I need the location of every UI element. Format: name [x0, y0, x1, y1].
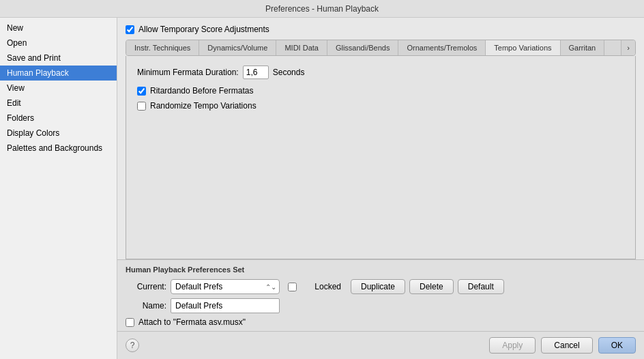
delete-button[interactable]: Delete [409, 279, 454, 294]
locked-row: Locked [288, 282, 345, 291]
tabs-bar: Instr. Techniques Dynamics/Volume MIDI D… [126, 40, 636, 56]
ritardando-checkbox[interactable] [137, 87, 146, 96]
cancel-button[interactable]: Cancel [541, 337, 592, 354]
main-content: New Open Save and Print Human Playback V… [0, 18, 644, 359]
current-row: Current: Default Prefs ⌃⌄ Locked Duplica… [126, 279, 636, 294]
sidebar: New Open Save and Print Human Playback V… [0, 18, 117, 359]
allow-checkbox-row: Allow Temporary Score Adjustments [126, 25, 636, 34]
name-row: Name: [126, 298, 636, 313]
attach-checkbox[interactable] [126, 318, 134, 327]
current-select-wrap: Default Prefs ⌃⌄ [171, 279, 280, 294]
name-input[interactable] [171, 298, 280, 313]
footer-left: ? [126, 339, 139, 352]
randomize-label: Randomize Tempo Variations [150, 101, 257, 111]
prefs-set-title: Human Playback Preferences Set [126, 265, 636, 274]
current-label: Current: [126, 282, 166, 291]
sidebar-item-save-and-print[interactable]: Save and Print [0, 51, 117, 66]
tab-instr-techniques[interactable]: Instr. Techniques [126, 40, 199, 55]
locked-checkbox[interactable] [288, 283, 297, 291]
fermata-label: Minimum Fermata Duration: [137, 68, 239, 77]
name-label: Name: [126, 301, 166, 311]
allow-checkbox[interactable] [126, 25, 134, 34]
current-select[interactable]: Default Prefs [171, 279, 280, 294]
window-title: Preferences - Human Playback [265, 4, 379, 14]
fermata-row: Minimum Fermata Duration: Seconds [137, 66, 624, 79]
tab-midi-data[interactable]: MIDI Data [276, 40, 327, 55]
seconds-label: Seconds [273, 68, 305, 77]
locked-label: Locked [300, 282, 341, 291]
sidebar-item-view[interactable]: View [0, 81, 117, 96]
ok-button[interactable]: OK [598, 337, 636, 354]
ritardando-row: Ritardando Before Fermatas [137, 86, 624, 96]
allow-label: Allow Temporary Score Adjustments [138, 25, 269, 34]
sidebar-item-human-playback[interactable]: Human Playback [0, 66, 117, 81]
fermata-input[interactable] [243, 66, 269, 79]
ritardando-label: Ritardando Before Fermatas [150, 86, 253, 96]
sidebar-item-folders[interactable]: Folders [0, 111, 117, 126]
tab-dynamics-volume[interactable]: Dynamics/Volume [199, 40, 276, 55]
sidebar-item-new[interactable]: New [0, 20, 117, 35]
sidebar-item-open[interactable]: Open [0, 35, 117, 51]
randomize-checkbox[interactable] [137, 102, 146, 111]
footer-bar: ? Apply Cancel OK [117, 331, 644, 359]
randomize-row: Randomize Tempo Variations [137, 101, 624, 111]
sidebar-item-edit[interactable]: Edit [0, 96, 117, 111]
apply-button[interactable]: Apply [489, 337, 536, 354]
default-button[interactable]: Default [458, 279, 504, 294]
tab-ornaments-tremolos[interactable]: Ornaments/Tremolos [398, 40, 486, 55]
bottom-section: Human Playback Preferences Set Current: … [117, 259, 644, 331]
sidebar-item-display-colors[interactable]: Display Colors [0, 126, 117, 141]
attach-label: Attach to "Fermata asv.musx" [138, 317, 246, 327]
tab-tempo-variations[interactable]: Tempo Variations [486, 40, 560, 55]
tab-glissandi-bends[interactable]: Glissandi/Bends [327, 40, 399, 55]
attach-row: Attach to "Fermata asv.musx" [126, 317, 636, 327]
title-bar: Preferences - Human Playback [0, 0, 644, 18]
tab-garritan[interactable]: Garritan [561, 40, 605, 55]
content-area: Allow Temporary Score Adjustments Instr.… [117, 18, 644, 259]
duplicate-button[interactable]: Duplicate [351, 279, 405, 294]
help-button[interactable]: ? [126, 339, 139, 352]
panel: Minimum Fermata Duration: Seconds Ritard… [126, 56, 636, 259]
footer-right: Apply Cancel OK [489, 337, 636, 354]
sidebar-item-palettes-and-backgrounds[interactable]: Palettes and Backgrounds [0, 141, 117, 156]
tabs-more-button[interactable]: › [621, 40, 635, 55]
